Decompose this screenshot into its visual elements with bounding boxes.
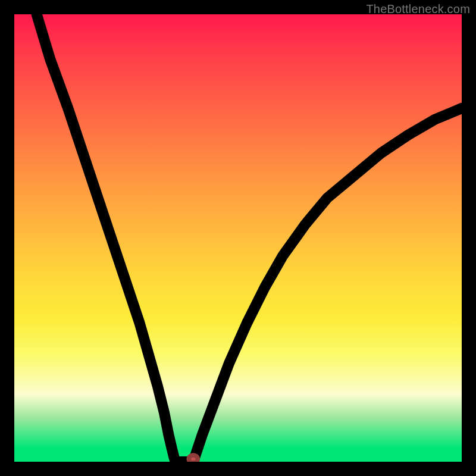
chart-frame: TheBottleneck.com: [0, 0, 476, 476]
optimum-marker: [189, 455, 198, 462]
right-curve: [193, 108, 462, 462]
plot-svg: [14, 14, 462, 462]
plot-area: [14, 14, 462, 462]
watermark-text: TheBottleneck.com: [366, 2, 470, 16]
left-curve: [37, 14, 176, 462]
